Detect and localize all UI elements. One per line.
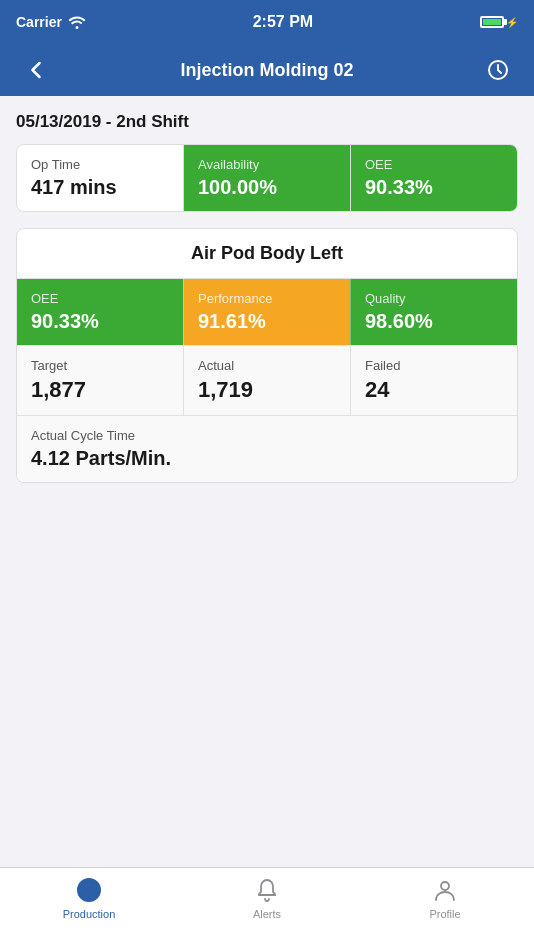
bolt-icon: ⚡ — [506, 17, 518, 28]
performance-value: 91.61% — [198, 310, 336, 333]
battery-icon: ⚡ — [480, 16, 518, 28]
tab-bar: Production Alerts Profile — [0, 867, 534, 950]
svg-point-3 — [441, 882, 449, 890]
oee-metric-label: OEE — [31, 291, 169, 306]
production-icon — [75, 876, 103, 904]
optime-label: Op Time — [31, 157, 169, 172]
tab-production[interactable]: Production — [0, 876, 178, 920]
status-bar-right: ⚡ — [480, 16, 518, 28]
shift-header: 05/13/2019 - 2nd Shift — [16, 112, 518, 132]
main-content: 05/13/2019 - 2nd Shift Op Time 417 mins … — [0, 96, 534, 499]
stats-row: Target 1,877 Actual 1,719 Failed 24 — [17, 346, 517, 416]
quality-value: 98.60% — [365, 310, 503, 333]
alerts-icon — [253, 876, 281, 904]
oee-summary-label: OEE — [365, 157, 503, 172]
back-button[interactable] — [16, 58, 56, 82]
tab-profile[interactable]: Profile — [356, 876, 534, 920]
target-label: Target — [31, 358, 169, 373]
profile-icon — [431, 876, 459, 904]
failed-value: 24 — [365, 377, 503, 403]
actual-label: Actual — [198, 358, 336, 373]
performance-label: Performance — [198, 291, 336, 306]
cycle-time-row: Actual Cycle Time 4.12 Parts/Min. — [17, 416, 517, 482]
stat-failed: Failed 24 — [350, 346, 517, 415]
oee-metric-value: 90.33% — [31, 310, 169, 333]
oee-summary-value: 90.33% — [365, 176, 503, 199]
availability-label: Availability — [198, 157, 336, 172]
tab-alerts[interactable]: Alerts — [178, 876, 356, 920]
status-bar-time: 2:57 PM — [253, 13, 313, 31]
stat-target: Target 1,877 — [17, 346, 183, 415]
production-tab-label: Production — [63, 908, 116, 920]
status-bar: Carrier 2:57 PM ⚡ — [0, 0, 534, 44]
metric-performance: Performance 91.61% — [183, 279, 350, 345]
wifi-icon — [68, 15, 86, 29]
target-value: 1,877 — [31, 377, 169, 403]
svg-point-2 — [87, 888, 91, 892]
detail-card-title: Air Pod Body Left — [17, 229, 517, 279]
nav-bar: Injection Molding 02 — [0, 44, 534, 96]
failed-label: Failed — [365, 358, 503, 373]
quality-label: Quality — [365, 291, 503, 306]
cycle-time-value: 4.12 Parts/Min. — [31, 447, 503, 470]
history-button[interactable] — [478, 58, 518, 82]
carrier-label: Carrier — [16, 14, 62, 30]
page-title: Injection Molding 02 — [56, 60, 478, 81]
alerts-tab-label: Alerts — [253, 908, 281, 920]
summary-card-optime: Op Time 417 mins — [17, 145, 183, 211]
stat-actual: Actual 1,719 — [183, 346, 350, 415]
metrics-row: OEE 90.33% Performance 91.61% Quality 98… — [17, 279, 517, 346]
detail-card: Air Pod Body Left OEE 90.33% Performance… — [16, 228, 518, 483]
summary-row: Op Time 417 mins Availability 100.00% OE… — [16, 144, 518, 212]
actual-value: 1,719 — [198, 377, 336, 403]
metric-oee: OEE 90.33% — [17, 279, 183, 345]
cycle-time-label: Actual Cycle Time — [31, 428, 503, 443]
availability-value: 100.00% — [198, 176, 336, 199]
metric-quality: Quality 98.60% — [350, 279, 517, 345]
status-bar-left: Carrier — [16, 14, 86, 30]
optime-value: 417 mins — [31, 176, 169, 199]
summary-card-availability: Availability 100.00% — [183, 145, 350, 211]
profile-tab-label: Profile — [429, 908, 460, 920]
summary-card-oee: OEE 90.33% — [350, 145, 517, 211]
